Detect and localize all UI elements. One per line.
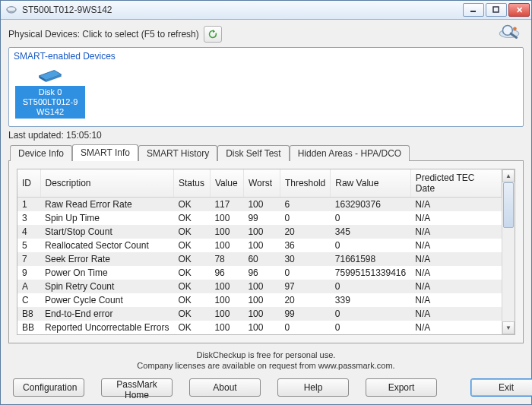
table-row[interactable]: 9Power On TimeOK9696075995151339416N/A <box>17 266 502 280</box>
scroll-track[interactable] <box>502 182 515 321</box>
cell-raw: 163290376 <box>331 198 410 212</box>
cell-tec: N/A <box>410 266 501 280</box>
maximize-button[interactable] <box>486 3 507 17</box>
help-button[interactable]: Help <box>277 378 349 397</box>
close-button[interactable]: ✕ <box>508 3 530 17</box>
cell-desc: Power Cycle Count <box>40 293 173 307</box>
cell-desc: Start/Stop Count <box>40 225 173 239</box>
cell-value: 100 <box>210 293 243 307</box>
cell-desc: Spin Retry Count <box>40 280 173 293</box>
col-value[interactable]: Value <box>210 169 243 198</box>
device-disk0[interactable]: Disk 0 ST500LT012-9 WS142 <box>14 63 87 122</box>
cell-tec: N/A <box>410 280 501 293</box>
last-updated: Last updated: 15:05:10 <box>8 130 524 141</box>
col-threshold[interactable]: Threshold <box>280 169 330 198</box>
cell-status: OK <box>173 280 210 293</box>
table-row[interactable]: 7Seek Error RateOK78603071661598N/A <box>17 252 502 266</box>
cell-worst: 100 <box>243 293 280 307</box>
cell-status: OK <box>173 321 210 334</box>
cell-tec: N/A <box>410 307 501 321</box>
cell-id: BB <box>17 321 40 334</box>
table-row[interactable]: B8End-to-End errorOK100100990N/A <box>17 307 502 321</box>
app-icon <box>5 4 17 16</box>
cell-id: 9 <box>17 266 40 280</box>
devices-heading: SMART-enabled Devices <box>14 51 518 62</box>
cell-threshold: 0 <box>280 211 330 225</box>
cell-value: 100 <box>210 225 243 239</box>
export-button[interactable]: Export <box>366 378 437 397</box>
configuration-button[interactable]: Configuration <box>13 378 84 397</box>
table-row[interactable]: BBReported Uncorrectable ErrorsOK1001000… <box>17 321 502 334</box>
col-id[interactable]: ID <box>17 169 40 198</box>
table-row[interactable]: 1Raw Read Error RateOK1171006163290376N/… <box>17 198 502 212</box>
cell-id: 5 <box>17 239 40 252</box>
tab-smart-history[interactable]: SMART History <box>138 145 217 161</box>
tab-hidden-areas[interactable]: Hidden Areas - HPA/DCO <box>290 145 410 161</box>
cell-worst: 96 <box>243 266 280 280</box>
cell-tec: N/A <box>410 239 501 252</box>
scroll-down-button[interactable]: ▼ <box>502 321 515 334</box>
cell-desc: Raw Read Error Rate <box>40 198 173 212</box>
cell-value: 78 <box>210 252 243 266</box>
exit-button[interactable]: Exit <box>470 378 532 397</box>
titlebar: ST500LT012-9WS142 ✕ <box>1 1 531 20</box>
cell-value: 100 <box>210 239 243 252</box>
refresh-button[interactable] <box>204 26 222 43</box>
cell-status: OK <box>173 252 210 266</box>
cell-raw: 345 <box>331 225 410 239</box>
col-raw-value[interactable]: Raw Value <box>331 169 410 198</box>
passmark-home-button[interactable]: PassMark Home <box>101 378 173 397</box>
cell-desc: Reallocated Sector Count <box>40 239 173 252</box>
table-row[interactable]: ASpin Retry CountOK100100970N/A <box>17 280 502 293</box>
hdd-icon <box>36 66 65 83</box>
cell-worst: 100 <box>243 198 280 212</box>
cell-desc: Seek Error Rate <box>40 252 173 266</box>
table-row[interactable]: CPower Cycle CountOK10010020339N/A <box>17 293 502 307</box>
tab-disk-self-test[interactable]: Disk Self Test <box>217 145 289 161</box>
cell-value: 96 <box>210 266 243 280</box>
cell-id: 4 <box>17 225 40 239</box>
cell-raw: 71661598 <box>331 252 410 266</box>
scroll-thumb[interactable] <box>503 182 514 228</box>
cell-raw: 0 <box>331 239 410 252</box>
cell-worst: 100 <box>243 239 280 252</box>
magnify-icon <box>496 21 522 41</box>
table-row[interactable]: 4Start/Stop CountOK10010020345N/A <box>17 225 502 239</box>
col-status[interactable]: Status <box>173 169 210 198</box>
table-row[interactable]: 3Spin Up TimeOK1009900N/A <box>17 211 502 225</box>
cell-id: 1 <box>17 198 40 212</box>
table-header-row: ID Description Status Value Worst Thresh… <box>17 169 502 198</box>
col-description[interactable]: Description <box>40 169 173 198</box>
cell-value: 100 <box>210 307 243 321</box>
col-worst[interactable]: Worst <box>243 169 280 198</box>
cell-desc: End-to-End error <box>40 307 173 321</box>
cell-id: 7 <box>17 252 40 266</box>
tab-smart-info[interactable]: SMART Info <box>72 144 138 161</box>
cell-status: OK <box>173 293 210 307</box>
cell-id: B8 <box>17 307 40 321</box>
svg-rect-3 <box>493 7 499 12</box>
cell-id: 3 <box>17 211 40 225</box>
minimize-button[interactable] <box>463 3 484 17</box>
cell-threshold: 0 <box>280 321 330 334</box>
vertical-scrollbar[interactable]: ▲ ▼ <box>502 169 515 334</box>
cell-value: 100 <box>210 321 243 334</box>
app-window: ST500LT012-9WS142 ✕ Physical Devices: Cl… <box>0 0 532 405</box>
cell-id: C <box>17 293 40 307</box>
tab-device-info[interactable]: Device Info <box>10 145 72 161</box>
cell-worst: 99 <box>243 211 280 225</box>
devices-panel: SMART-enabled Devices Disk 0 ST500LT012-… <box>8 47 524 127</box>
smart-table-container: ID Description Status Value Worst Thresh… <box>17 169 515 335</box>
about-button[interactable]: About <box>189 378 261 397</box>
col-tec-date[interactable]: Predicted TEC Date <box>410 169 501 198</box>
cell-tec: N/A <box>410 321 501 334</box>
smart-table: ID Description Status Value Worst Thresh… <box>17 169 502 334</box>
cell-desc: Spin Up Time <box>40 211 173 225</box>
cell-worst: 100 <box>243 321 280 334</box>
tab-strip: Device Info SMART Info SMART History Dis… <box>10 144 524 160</box>
table-row[interactable]: 5Reallocated Sector CountOK100100360N/A <box>17 239 502 252</box>
cell-threshold: 0 <box>280 266 330 280</box>
scroll-up-button[interactable]: ▲ <box>502 169 515 182</box>
cell-threshold: 36 <box>280 239 330 252</box>
device-line1: Disk 0 <box>17 87 84 97</box>
